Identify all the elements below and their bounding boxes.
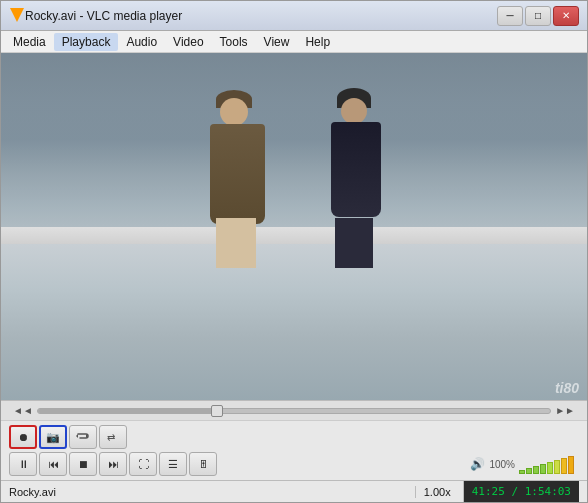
status-time: 41:25 / 1:54:03 [463, 481, 579, 502]
volume-bar[interactable] [519, 454, 579, 474]
status-speed: 1.00x [415, 486, 459, 498]
seek-forward-button[interactable]: ►► [551, 405, 579, 416]
menu-audio[interactable]: Audio [118, 33, 165, 51]
controls-row-2: ⏸ ⏮ ⏹ ⏭ ⛶ ☰ 🎚 🔊 100% [9, 452, 579, 476]
minimize-button[interactable]: ─ [497, 6, 523, 26]
controls-area: ⏺ 📷 ⇄ ⏸ ⏮ ⏹ ⏭ ⛶ ☰ 🎚 [1, 420, 587, 480]
man-legs [335, 218, 373, 268]
woman-legs [216, 218, 256, 268]
prev-button[interactable]: ⏮ [39, 452, 67, 476]
status-bar: Rocky.avi 1.00x 41:25 / 1:54:03 [1, 480, 587, 502]
next-button[interactable]: ⏭ [99, 452, 127, 476]
window-controls: ─ □ ✕ [497, 6, 579, 26]
menu-help[interactable]: Help [297, 33, 338, 51]
woman-head [220, 98, 248, 126]
figure-man [317, 98, 392, 268]
man-head [341, 98, 367, 124]
video-area: ti80 [1, 53, 587, 400]
menu-playback[interactable]: Playback [54, 33, 119, 51]
app-icon [9, 8, 25, 24]
app-window: Rocky.avi - VLC media player ─ □ ✕ Media… [0, 0, 588, 503]
fullscreen-button[interactable]: ⛶ [129, 452, 157, 476]
pause-button[interactable]: ⏸ [9, 452, 37, 476]
seek-bar-area: ◄◄ ►► [1, 400, 587, 420]
menu-bar: Media Playback Audio Video Tools View He… [1, 31, 587, 53]
volume-label: 100% [489, 459, 515, 470]
playlist-button[interactable]: ☰ [159, 452, 187, 476]
seek-thumb[interactable] [211, 405, 223, 417]
volume-area: 🔊 100% [470, 454, 579, 474]
loop-button[interactable] [69, 425, 97, 449]
man-jacket [331, 122, 381, 217]
seek-back-button[interactable]: ◄◄ [9, 405, 37, 416]
menu-media[interactable]: Media [5, 33, 54, 51]
scene-building [1, 53, 587, 227]
title-bar: Rocky.avi - VLC media player ─ □ ✕ [1, 1, 587, 31]
menu-view[interactable]: View [256, 33, 298, 51]
controls-row-1: ⏺ 📷 ⇄ [9, 425, 579, 449]
extended-button[interactable]: 🎚 [189, 452, 217, 476]
shuffle-button[interactable]: ⇄ [99, 425, 127, 449]
seek-track[interactable] [37, 408, 551, 414]
woman-coat [210, 124, 265, 224]
maximize-button[interactable]: □ [525, 6, 551, 26]
record-button[interactable]: ⏺ [9, 425, 37, 449]
status-filename: Rocky.avi [9, 486, 411, 498]
stop-button[interactable]: ⏹ [69, 452, 97, 476]
menu-tools[interactable]: Tools [212, 33, 256, 51]
window-title: Rocky.avi - VLC media player [25, 9, 497, 23]
menu-video[interactable]: Video [165, 33, 211, 51]
volume-icon: 🔊 [470, 457, 485, 471]
svg-text:⇄: ⇄ [107, 432, 115, 443]
watermark: ti80 [555, 380, 579, 396]
snapshot-button[interactable]: 📷 [39, 425, 67, 449]
figure-woman [194, 98, 274, 268]
seek-fill [38, 409, 217, 413]
close-button[interactable]: ✕ [553, 6, 579, 26]
scene-ice-floor [1, 244, 587, 400]
